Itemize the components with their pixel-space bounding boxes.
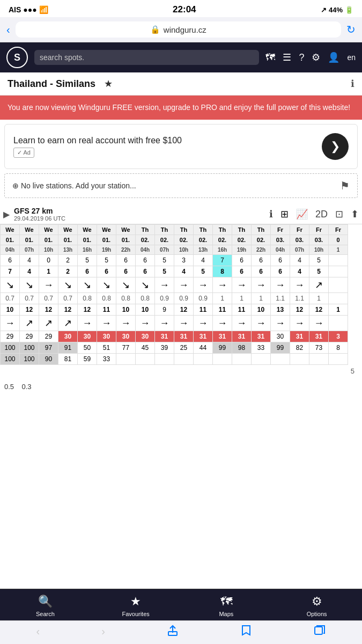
table-cell: ↗ [309,277,329,293]
browser-url-bar[interactable]: 🔒 windguru.cz [16,21,341,38]
forecast-table-wrap: WeWeWeWeWeWeWeThThThThThThThFrFrFrFr 01.… [0,224,362,365]
table-cell: 6 [232,255,252,266]
day-header-cell: Th [252,225,271,235]
user-icon[interactable]: 👤 [328,52,339,63]
settings-icon[interactable]: ⚙ [312,52,320,63]
table-cell: 31 [174,331,194,342]
favourite-star[interactable]: ★ [104,78,113,90]
date-header-cell: 01. [20,235,39,245]
location-bar: Thailand - Similans ★ ℹ [0,72,362,96]
table-cell: 8 [213,266,232,277]
url-text: windguru.cz [164,25,206,34]
table-cell: 2 [58,255,78,266]
table-cell: 5 [155,266,174,277]
location-info-icon[interactable]: ℹ [351,78,354,90]
search-placeholder: search spots. [40,53,84,62]
table-cell: 6 [271,255,290,266]
model-grid-icon[interactable]: ⊞ [280,208,289,220]
table-cell: 0.8 [97,293,116,304]
nav-icons-group: 🗺 ☰ ? ⚙ 👤 en [265,52,356,63]
table-cell: → [136,316,155,331]
extra-section: 0.5 0.3 [0,377,362,398]
day-header-cell: Fr [309,225,329,235]
table-cell [329,316,348,331]
table-cell: 11 [194,304,213,316]
time-header-cell: 04h [136,245,155,255]
table-cell: 100 [20,354,39,365]
time-header-cell: 13h [58,245,78,255]
table-cell: 0.7 [1,293,20,304]
temperature-row: 29292930303030303131313131313031313 [1,331,348,342]
table-cell: → [155,277,174,293]
table-cell: 1 [39,266,58,277]
table-cell [329,354,348,365]
table-cell: ↘ [136,277,155,293]
table-cell: 31 [290,331,309,342]
table-cell: 6 [252,255,271,266]
table-cell: 90 [39,354,58,365]
model-tiles-icon[interactable]: ⊡ [335,208,343,220]
time-header-cell: 22h [252,245,271,255]
date-header-cell: 03. [309,235,329,245]
nav-search-input[interactable]: search spots. [34,50,259,65]
table-cell: 31 [309,331,329,342]
date-header-cell: 03. [271,235,290,245]
ad-cta-button[interactable]: ❯ [322,133,349,160]
table-cell: 6 [136,255,155,266]
table-cell: 2 [58,266,78,277]
table-cell: → [290,316,309,331]
table-cell: 6 [271,266,290,277]
table-cell: 8 [329,342,348,354]
date-header-cell: 01. [1,235,20,245]
table-cell: 4 [290,266,309,277]
table-cell: 51 [97,342,116,354]
model-chart-icon[interactable]: 📈 [296,208,308,220]
browser-refresh-btn[interactable]: ↻ [346,23,356,36]
table-cell: 100 [1,342,20,354]
browser-back-btn[interactable]: ‹ [6,24,10,36]
model-2d-label[interactable]: 2D [315,209,328,220]
menu-icon[interactable]: ☰ [283,52,291,63]
table-cell: 7 [1,266,20,277]
date-header-cell: 0 [329,235,348,245]
lock-icon: 🔒 [150,25,160,34]
table-cell: ↗ [58,316,78,331]
table-cell: 33 [252,342,271,354]
table-cell [309,354,329,365]
table-cell: 30 [116,331,136,342]
station-text: ⊕ No live stations. Add your station... [12,181,136,190]
table-cell: 31 [252,331,271,342]
model-share-icon[interactable]: ⬆ [351,208,359,220]
table-cell: 31 [213,331,232,342]
table-cell: 31 [155,331,174,342]
table-cell: 10 [136,304,155,316]
table-cell: 5 [194,266,213,277]
model-info-icon[interactable]: ℹ [269,208,273,220]
battery-icon: 🔋 [345,6,353,14]
help-icon[interactable]: ? [299,52,304,63]
table-cell: 5 [78,255,97,266]
table-cell: 6 [78,266,97,277]
table-cell: ↘ [20,277,39,293]
wind-direction-row: ↘↘→↘↘↘↘↘→→→→→→→→↗ [1,277,348,293]
day-header-cell: Fr [290,225,309,235]
table-cell: ↗ [39,316,58,331]
table-cell: 6 [252,266,271,277]
day-header-cell: We [39,225,58,235]
table-cell [329,293,348,304]
date-header-cell: 01. [39,235,58,245]
table-cell: 30 [271,331,290,342]
table-cell: 4 [290,255,309,266]
day-header-cell: Th [155,225,174,235]
station-bar[interactable]: ⊕ No live stations. Add your station... … [4,173,358,198]
model-chevron-icon[interactable]: ▶ [3,209,10,219]
table-cell: 1 [309,293,329,304]
map-icon[interactable]: 🗺 [265,52,275,63]
table-cell: → [97,316,116,331]
language-label[interactable]: en [347,53,356,62]
date-header-cell: 01. [116,235,136,245]
table-cell: → [1,316,20,331]
table-cell: 81 [58,354,78,365]
table-cell: 12 [290,304,309,316]
table-cell: 100 [1,354,20,365]
